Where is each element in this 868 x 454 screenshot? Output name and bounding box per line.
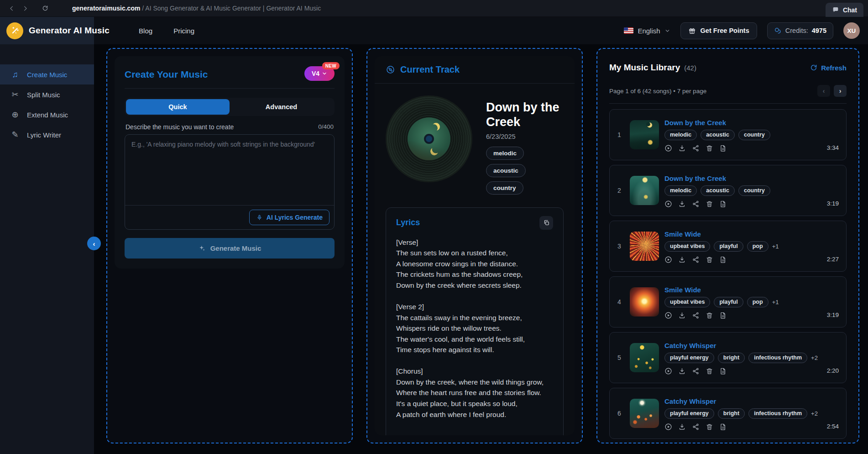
user-avatar[interactable]: XU: [843, 22, 860, 39]
song-tags: melodic acoustic country: [486, 147, 564, 195]
sidebar-item-create-music[interactable]: ♫ Create Music: [0, 64, 94, 84]
library-item[interactable]: 6 Catchy Whisper playful energy bright i…: [609, 388, 847, 439]
tag-pill: melodic: [664, 185, 697, 196]
track-title-link[interactable]: Catchy Whisper: [664, 342, 839, 349]
library-item[interactable]: 2 Down by the Creek melodic acoustic cou…: [609, 165, 847, 216]
download-icon[interactable]: [678, 367, 686, 375]
logo-wand-icon: [6, 22, 23, 39]
chevron-down-icon: [322, 71, 327, 76]
tag-pill: country: [738, 130, 770, 140]
chat-button[interactable]: Chat: [826, 3, 863, 17]
page-title-text: / AI Song Generator & AI Music Generator…: [140, 5, 321, 12]
track-title-link[interactable]: Smile Wide: [664, 230, 839, 238]
delete-icon[interactable]: [706, 423, 713, 431]
sidebar-item-lyric-writer[interactable]: ✎ Lyric Writer: [0, 125, 94, 145]
library-title: My Music Library: [609, 63, 680, 73]
tag-pill: upbeat vibes: [664, 297, 710, 307]
play-icon[interactable]: [664, 367, 672, 375]
play-icon[interactable]: [664, 200, 672, 208]
delete-icon[interactable]: [706, 367, 713, 375]
chat-label: Chat: [843, 6, 857, 14]
library-item[interactable]: 5 Catchy Whisper playful energy bright i…: [609, 332, 847, 383]
lyrics-doc-icon[interactable]: [719, 200, 727, 208]
library-item[interactable]: 4 Smile Wide upbeat vibes playful pop +1: [609, 276, 847, 327]
sidebar-item-label: Lyric Writer: [27, 131, 61, 139]
share-icon[interactable]: [692, 423, 700, 431]
track-number: 3: [614, 243, 624, 250]
lyrics-doc-icon[interactable]: [719, 311, 727, 319]
track-title-link[interactable]: Catchy Whisper: [664, 397, 839, 405]
lyrics-doc-icon[interactable]: [719, 256, 727, 264]
song-title: Down by the Creek: [486, 100, 564, 130]
play-icon[interactable]: [664, 144, 672, 152]
share-icon[interactable]: [692, 311, 700, 319]
lyrics-doc-icon[interactable]: [719, 144, 727, 152]
generate-music-label: Generate Music: [210, 244, 261, 252]
credits-value: 4975: [812, 27, 826, 34]
share-icon[interactable]: [692, 200, 700, 208]
library-item[interactable]: 1 Down by the Creek melodic acoustic cou…: [609, 109, 847, 160]
browser-back-icon[interactable]: [5, 2, 18, 15]
credits-box[interactable]: Credits: 4975: [767, 22, 833, 39]
address-bar[interactable]: generatoraimusic.com / AI Song Generator…: [72, 5, 321, 12]
language-selector[interactable]: English: [624, 27, 670, 35]
play-icon[interactable]: [664, 256, 672, 264]
nav-pricing[interactable]: Pricing: [173, 27, 194, 35]
delete-icon[interactable]: [706, 256, 713, 264]
share-icon[interactable]: [692, 367, 700, 375]
brand[interactable]: Generator AI Music: [6, 22, 110, 39]
extra-tags-count: +1: [772, 299, 779, 306]
get-free-points-label: Get Free Points: [701, 27, 749, 34]
sidebar-collapse-button[interactable]: ‹: [87, 237, 101, 250]
prev-page-button[interactable]: ‹: [817, 85, 830, 97]
download-icon[interactable]: [678, 256, 686, 264]
tab-advanced[interactable]: Advanced: [230, 99, 333, 115]
generate-music-button[interactable]: Generate Music: [125, 238, 335, 259]
track-title-link[interactable]: Down by the Creek: [664, 119, 839, 127]
share-icon[interactable]: [692, 256, 700, 264]
extra-tags-count: +1: [772, 243, 779, 250]
sidebar-item-split-music[interactable]: ✂ Split Music: [0, 84, 94, 105]
delete-icon[interactable]: [706, 144, 713, 152]
lyrics-doc-icon[interactable]: [719, 367, 727, 375]
track-duration: 2:20: [827, 367, 839, 375]
ai-lyrics-generate-button[interactable]: AI Lyrics Generate: [249, 210, 329, 225]
track-number: 1: [614, 131, 624, 138]
music-description-input[interactable]: [125, 135, 334, 203]
sidebar-item-extend-music[interactable]: ⊕ Extend Music: [0, 105, 94, 125]
download-icon[interactable]: [678, 200, 686, 208]
char-count: 0/400: [318, 123, 334, 131]
create-panel-title: Create Your Music: [125, 66, 208, 80]
delete-icon[interactable]: [706, 311, 713, 319]
play-icon[interactable]: [664, 311, 672, 319]
nav-blog[interactable]: Blog: [139, 27, 152, 35]
track-title-link[interactable]: Smile Wide: [664, 286, 839, 294]
album-art-vinyl[interactable]: [386, 95, 472, 182]
delete-icon[interactable]: [706, 200, 713, 208]
mode-tabs: Quick Advanced: [125, 98, 335, 116]
tag-pill: infectious rhythm: [748, 353, 807, 363]
get-free-points-button[interactable]: Get Free Points: [680, 22, 757, 39]
browser-forward-icon[interactable]: [18, 2, 32, 15]
download-icon[interactable]: [678, 423, 686, 431]
track-duration: 2:27: [827, 256, 839, 264]
lyrics-doc-icon[interactable]: [719, 423, 727, 431]
play-icon[interactable]: [664, 423, 672, 431]
copy-lyrics-button[interactable]: [539, 216, 553, 230]
refresh-icon: [810, 64, 817, 71]
download-icon[interactable]: [678, 144, 686, 152]
share-icon[interactable]: [692, 144, 700, 152]
library-count: (42): [684, 64, 696, 72]
browser-reload-icon[interactable]: [38, 2, 52, 15]
tab-quick[interactable]: Quick: [126, 99, 230, 115]
tag-pill: playful energy: [664, 408, 714, 419]
extra-tags-count: +2: [811, 354, 818, 361]
refresh-button[interactable]: Refresh: [810, 64, 847, 72]
track-number: 4: [614, 298, 624, 306]
download-icon[interactable]: [678, 311, 686, 319]
us-flag-icon: [624, 27, 633, 34]
next-page-button[interactable]: ›: [834, 85, 847, 97]
song-date: 6/23/2025: [486, 133, 564, 140]
library-item[interactable]: 3 Smile Wide upbeat vibes playful pop +1: [609, 221, 847, 272]
track-title-link[interactable]: Down by the Creek: [664, 174, 839, 182]
